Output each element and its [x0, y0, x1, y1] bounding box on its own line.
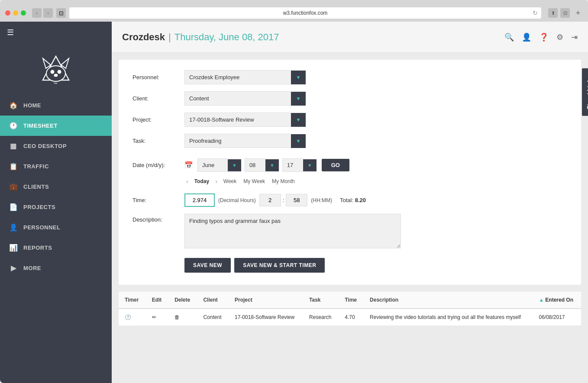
calendar-icon[interactable]: 📅: [184, 161, 193, 169]
personnel-row: Personnel: Crozdesk Employee ▼: [132, 70, 567, 84]
date-day-value: 08: [245, 158, 265, 172]
form-card: Tips / Links Personnel: Crozdesk Employe…: [119, 60, 581, 285]
sidebar-item-ceo-desktop[interactable]: ▦ CEO DESKTOP: [0, 136, 112, 156]
menu-toggle-icon[interactable]: ☰: [7, 28, 14, 37]
date-year-value: 17: [282, 158, 303, 172]
date-month-arrow[interactable]: ▼: [228, 159, 241, 171]
time-colon: :: [281, 197, 286, 203]
search-icon[interactable]: 🔍: [504, 32, 514, 42]
ceo-icon: ▦: [9, 142, 18, 150]
window-toggle-button[interactable]: ⊡: [56, 8, 66, 18]
sidebar-label-traffic: TRAFFIC: [23, 163, 49, 170]
browser-chrome: ‹ › ⊡ w3.functionfox.com ↻ ⬆ ⊡ +: [0, 0, 588, 22]
browser-actions: ⬆ ⊡: [548, 8, 570, 18]
date-year-select[interactable]: 17 ▼: [282, 158, 318, 172]
client-select[interactable]: Content ▼: [184, 91, 306, 106]
go-button[interactable]: GO: [322, 159, 349, 171]
page-separator: |: [168, 32, 171, 43]
svg-text:™: ™: [54, 82, 58, 86]
reader-icon[interactable]: ⊡: [560, 8, 570, 18]
project-label: Project:: [132, 116, 184, 123]
time-row: Time: (Decimal Hours) 2 : 58 (HH:MM) Tot…: [132, 193, 567, 207]
date-year-arrow[interactable]: ▼: [303, 159, 317, 171]
client-dropdown-arrow[interactable]: ▼: [291, 92, 306, 106]
date-day-arrow[interactable]: ▼: [265, 159, 279, 171]
reload-icon[interactable]: ↻: [533, 10, 538, 16]
fullscreen-button[interactable]: [21, 10, 26, 16]
time-total-value: 8.20: [355, 197, 366, 203]
task-value: Proofreading: [184, 134, 291, 148]
project-select[interactable]: 17-0018-Software Review ▼: [184, 113, 306, 127]
project-value: 17-0018-Software Review: [184, 113, 291, 127]
project-dropdown-arrow[interactable]: ▼: [291, 113, 306, 127]
week-button[interactable]: Week: [221, 177, 239, 186]
settings-icon[interactable]: ⚙: [556, 32, 563, 42]
date-day-select[interactable]: 08 ▼: [245, 158, 281, 172]
share-icon[interactable]: ⬆: [548, 8, 558, 18]
sidebar-item-timesheet[interactable]: 🕐 TIMESHEET: [0, 116, 112, 136]
save-new-start-timer-button[interactable]: SAVE NEW & START TIMER: [234, 258, 325, 273]
personnel-label: Personnel:: [132, 74, 184, 80]
date-month-select[interactable]: June ▼: [197, 158, 243, 172]
home-icon: 🏠: [9, 101, 18, 109]
sidebar-item-reports[interactable]: 📊 REPORTS: [0, 238, 112, 258]
sidebar-label-personnel: PERSONNEL: [23, 224, 60, 231]
time-label: Time:: [132, 197, 184, 203]
sidebar-item-projects[interactable]: 📄 PROJECTS: [0, 197, 112, 217]
logout-icon[interactable]: ⇥: [571, 32, 578, 42]
app-container: ☰: [0, 22, 588, 383]
top-bar: Crozdesk | Thursday, June 08, 2017 🔍 👤 ❓…: [112, 22, 588, 53]
date-row: Date (m/d/y): 📅 June ▼ 08 ▼ 17: [132, 158, 567, 172]
description-textarea[interactable]: Finding typos and grammar faux pas: [184, 214, 401, 248]
sidebar-item-clients[interactable]: 💼 CLIENTS: [0, 177, 112, 197]
new-tab-button[interactable]: +: [573, 8, 583, 18]
personnel-dropdown-arrow[interactable]: ▼: [291, 71, 306, 84]
sidebar-item-personnel[interactable]: 👤 PERSONNEL: [0, 217, 112, 238]
timesheet-table-section: Timer Edit Delete Client Project Task Ti…: [119, 292, 581, 326]
th-entered-on[interactable]: ▲Entered On: [533, 292, 581, 309]
sidebar-item-more[interactable]: ▶ MORE: [0, 258, 112, 278]
project-row: Project: 17-0018-Software Review ▼: [132, 113, 567, 127]
address-bar[interactable]: w3.functionfox.com ↻: [69, 7, 541, 19]
my-week-button[interactable]: My Week: [241, 177, 268, 186]
minimize-button[interactable]: [13, 10, 18, 16]
close-button[interactable]: [5, 10, 10, 16]
my-month-button[interactable]: My Month: [269, 177, 297, 186]
time-decimal-input[interactable]: [184, 193, 215, 207]
sidebar-item-home[interactable]: 🏠 HOME: [0, 95, 112, 116]
user-icon[interactable]: 👤: [522, 32, 531, 42]
tips-links-tab[interactable]: Tips / Links: [582, 68, 588, 116]
sidebar-item-traffic[interactable]: 📋 TRAFFIC: [0, 156, 112, 177]
help-icon[interactable]: ❓: [539, 32, 549, 42]
task-row: Task: Proofreading ▼: [132, 134, 567, 148]
sidebar-label-clients: CLIENTS: [23, 183, 49, 190]
th-delete: Delete: [168, 292, 197, 309]
td-timer-icon[interactable]: 🕐: [119, 309, 146, 326]
save-new-button[interactable]: SAVE NEW: [184, 258, 231, 273]
sidebar-label-more: MORE: [23, 265, 41, 271]
personnel-icon: 👤: [9, 223, 18, 232]
time-total: Total: 8.20: [340, 197, 366, 203]
td-delete-icon[interactable]: 🗑: [168, 309, 197, 326]
time-mm-value: 58: [286, 194, 307, 206]
task-select[interactable]: Proofreading ▼: [184, 134, 306, 148]
date-controls: 📅 June ▼ 08 ▼ 17 ▼ GO: [184, 158, 349, 172]
td-edit-icon[interactable]: ✏: [146, 309, 168, 326]
th-timer: Timer: [119, 292, 146, 309]
today-button[interactable]: Today: [192, 177, 212, 186]
svg-point-3: [46, 66, 65, 81]
date-nav: ‹ Today › Week My Week My Month: [184, 177, 567, 186]
date-prev-arrow[interactable]: ‹: [184, 177, 190, 186]
personnel-value: Crozdesk Employee: [184, 70, 291, 84]
sidebar-header: ☰: [0, 22, 112, 43]
logo-area: ™: [0, 43, 112, 91]
th-edit: Edit: [146, 292, 168, 309]
svg-point-8: [55, 74, 57, 76]
date-next-arrow[interactable]: ›: [213, 177, 219, 186]
task-dropdown-arrow[interactable]: ▼: [291, 134, 306, 148]
personnel-select[interactable]: Crozdesk Employee ▼: [184, 70, 306, 84]
page-brand: Crozdesk: [122, 32, 165, 43]
forward-button[interactable]: ›: [43, 8, 53, 18]
table-row: 🕐 ✏ 🗑 Content 17-0018-Software Review Re…: [119, 309, 581, 326]
back-button[interactable]: ‹: [32, 8, 42, 18]
